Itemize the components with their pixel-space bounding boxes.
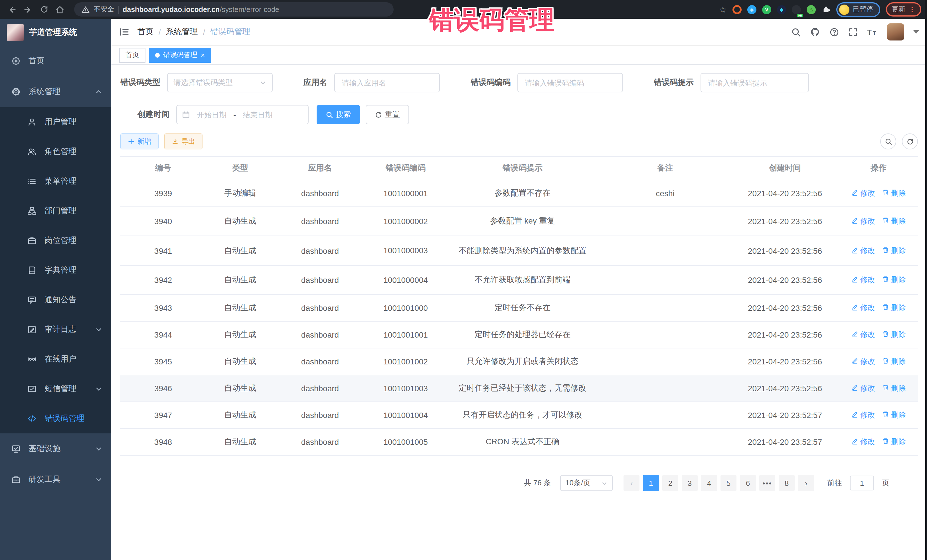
sidebar-item-dev-tools[interactable]: 研发工具	[0, 464, 111, 495]
sidebar-item-post[interactable]: 岗位管理	[0, 226, 111, 255]
extension-icon-6[interactable]: ♙	[807, 5, 816, 14]
browser-profile-chip[interactable]: 已暂停	[836, 2, 880, 17]
browser-home-icon[interactable]	[54, 3, 66, 16]
prev-page-button[interactable]: ‹	[623, 475, 640, 491]
extension-icon-2[interactable]: ◆	[747, 5, 757, 14]
error-type-select[interactable]: 请选择错误码类型	[167, 73, 273, 93]
delete-link[interactable]: 删除	[882, 329, 906, 340]
sidebar-item-online[interactable]: 在线用户	[0, 344, 111, 374]
sidebar-item-system[interactable]: 系统管理	[0, 76, 111, 107]
hamburger-icon[interactable]	[119, 27, 129, 37]
delete-link[interactable]: 删除	[882, 357, 906, 367]
breadcrumb-item[interactable]: 首页	[137, 27, 153, 37]
delete-link[interactable]: 删除	[882, 246, 906, 256]
delete-link[interactable]: 删除	[882, 383, 906, 393]
extension-icon-3[interactable]: V	[762, 5, 771, 14]
page-button-6[interactable]: 6	[740, 475, 756, 491]
delete-link[interactable]: 删除	[882, 188, 906, 199]
github-icon[interactable]	[810, 27, 820, 37]
edit-link[interactable]: 修改	[851, 303, 875, 313]
chevron-down-icon	[95, 445, 102, 452]
cell-hint: 定时任务已经处于该状态，无需修改	[445, 375, 600, 402]
delete-link[interactable]: 删除	[882, 216, 906, 226]
more-pages-button[interactable]: •••	[759, 475, 775, 491]
cell-actions: 修改删除	[839, 428, 918, 455]
add-button[interactable]: 新增	[120, 134, 159, 149]
delete-link[interactable]: 删除	[882, 410, 906, 420]
sidebar-item-audit-log[interactable]: 审计日志	[0, 315, 111, 344]
browser-menu-dots-icon[interactable]: ⋮	[909, 5, 916, 14]
delete-link[interactable]: 删除	[882, 275, 906, 285]
show-search-button[interactable]	[880, 134, 896, 149]
help-icon[interactable]	[830, 27, 839, 37]
app-title: 芋道管理系统	[29, 27, 77, 37]
edit-link[interactable]: 修改	[851, 246, 875, 256]
app-name-input[interactable]	[334, 73, 440, 93]
chevron-down-icon[interactable]	[913, 30, 919, 33]
browser-back-icon[interactable]	[6, 3, 18, 16]
page-button-3[interactable]: 3	[682, 475, 698, 491]
edit-link[interactable]: 修改	[851, 383, 875, 393]
sidebar-item-user[interactable]: 用户管理	[0, 107, 111, 137]
sidebar-item-role[interactable]: 角色管理	[0, 137, 111, 167]
close-icon[interactable]: ×	[201, 52, 205, 58]
browser-update-button[interactable]: 更新 ⋮	[886, 2, 921, 17]
page-button-4[interactable]: 4	[701, 475, 717, 491]
page-button-1[interactable]: 1	[643, 475, 659, 491]
date-range-picker[interactable]: -	[176, 105, 308, 124]
browser-reload-icon[interactable]	[38, 3, 50, 16]
sidebar-item-dict[interactable]: 字典管理	[0, 255, 111, 285]
goto-page-input[interactable]	[850, 476, 874, 490]
sidebar-item-notice[interactable]: 通知公告	[0, 285, 111, 315]
sidebar-item-infra[interactable]: 基础设施	[0, 433, 111, 464]
edit-link[interactable]: 修改	[851, 437, 875, 447]
delete-icon	[882, 189, 889, 198]
edit-link[interactable]: 修改	[851, 410, 875, 420]
cell-app: dashboard	[274, 428, 366, 455]
app-logo[interactable]: 芋道管理系统	[0, 19, 111, 46]
sidebar-item-dept[interactable]: 部门管理	[0, 196, 111, 226]
sidebar-item-label: 岗位管理	[44, 235, 76, 246]
avatar[interactable]	[887, 23, 904, 41]
sidebar-item-error-code[interactable]: 错误码管理	[0, 404, 111, 433]
page-button-8[interactable]: 8	[779, 475, 795, 491]
font-size-icon[interactable]: TT	[867, 27, 878, 36]
security-label[interactable]: 不安全	[94, 5, 114, 14]
delete-link[interactable]: 删除	[882, 303, 906, 313]
tab-首页[interactable]: 首页	[119, 48, 146, 62]
fullscreen-icon[interactable]	[848, 27, 858, 37]
extension-icon-7[interactable]	[821, 5, 831, 14]
url-text[interactable]: dashboard.yudao.iocoder.cn/system/error-…	[123, 5, 279, 14]
reset-button[interactable]: 重置	[366, 105, 409, 124]
export-button[interactable]: 导出	[164, 134, 202, 149]
edit-link[interactable]: 修改	[851, 357, 875, 367]
sidebar-item-home[interactable]: 首页	[0, 46, 111, 76]
search-button[interactable]: 搜索	[317, 105, 360, 124]
browser-address-bar[interactable]: 不安全 dashboard.yudao.iocoder.cn/system/er…	[74, 2, 394, 17]
sidebar-item-sms[interactable]: 短信管理	[0, 374, 111, 404]
extension-icon-5[interactable]: on	[792, 5, 801, 14]
error-code-input[interactable]	[517, 73, 623, 93]
edit-link[interactable]: 修改	[851, 329, 875, 340]
bookmark-star-icon[interactable]: ☆	[719, 4, 727, 15]
error-hint-input[interactable]	[701, 73, 809, 93]
end-date-input[interactable]	[239, 110, 276, 119]
page-size-select[interactable]: 10条/页	[560, 475, 613, 491]
browser-forward-icon[interactable]	[22, 3, 34, 16]
edit-link[interactable]: 修改	[851, 188, 875, 199]
refresh-table-button[interactable]	[902, 134, 918, 149]
extension-icon-1[interactable]	[732, 5, 742, 14]
edit-link[interactable]: 修改	[851, 216, 875, 226]
page-button-2[interactable]: 2	[662, 475, 678, 491]
edit-link[interactable]: 修改	[851, 275, 875, 285]
search-icon[interactable]	[791, 27, 801, 37]
start-date-input[interactable]	[193, 110, 230, 119]
tab-错误码管理[interactable]: 错误码管理×	[149, 48, 211, 62]
cell-remark	[600, 207, 731, 236]
extension-icon-4[interactable]: ◆	[777, 5, 786, 14]
page-button-5[interactable]: 5	[720, 475, 737, 491]
delete-link[interactable]: 删除	[882, 437, 906, 447]
sidebar-item-menu[interactable]: 菜单管理	[0, 167, 111, 196]
next-page-button[interactable]: ›	[798, 475, 814, 491]
breadcrumb-item[interactable]: 系统管理	[166, 27, 198, 37]
